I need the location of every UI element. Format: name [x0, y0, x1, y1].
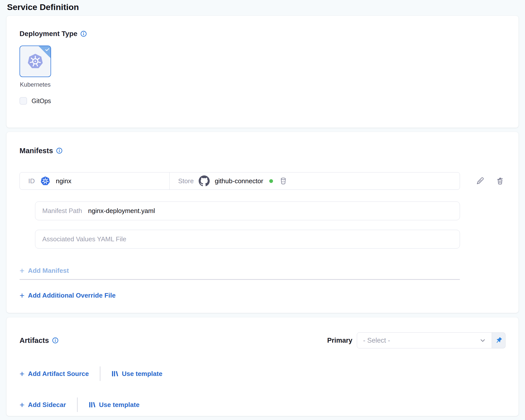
manifest-path-value: nginx-deployment.yaml	[88, 207, 155, 215]
add-additional-override-file-link[interactable]: + Add Additional Override File	[20, 291, 116, 299]
manifest-store-cell[interactable]: Store github-connector </>	[169, 172, 460, 189]
code-store-icon: </>	[280, 177, 287, 185]
manifests-title: Manifests	[20, 146, 53, 155]
kubernetes-icon	[40, 176, 50, 186]
github-icon	[199, 175, 210, 186]
deployment-type-option-label: Kubernetes	[20, 81, 51, 88]
info-icon[interactable]	[80, 31, 87, 37]
artifacts-card: Artifacts Primary - Select -	[7, 317, 518, 416]
template-icon	[111, 370, 118, 377]
connector-status-dot	[269, 179, 273, 183]
trash-icon	[495, 182, 504, 186]
info-icon[interactable]	[52, 337, 59, 344]
gitops-label: GitOps	[32, 97, 51, 105]
manifest-path-label: Manifest Path	[42, 207, 82, 215]
manifest-id-cell[interactable]: ID nginx	[20, 172, 169, 189]
check-icon	[45, 47, 50, 53]
manifest-id-value: nginx	[56, 177, 71, 185]
plus-icon: +	[20, 292, 25, 299]
edit-manifest-button[interactable]	[475, 176, 484, 185]
manifest-path-field[interactable]: Manifest Path nginx-deployment.yaml	[35, 201, 460, 220]
plus-icon: +	[20, 267, 25, 274]
deployment-type-card: Deployment Type	[7, 16, 518, 128]
primary-label: Primary	[327, 337, 352, 344]
pin-icon	[495, 336, 503, 344]
vertical-divider	[77, 397, 78, 412]
gitops-checkbox[interactable]	[20, 97, 27, 105]
manifest-id-label: ID	[28, 177, 35, 185]
use-template-artifact-link[interactable]: Use template	[111, 370, 162, 378]
delete-manifest-button[interactable]	[495, 176, 504, 185]
page-title: Service Definition	[7, 2, 518, 12]
primary-select-placeholder: - Select -	[363, 337, 390, 344]
pencil-icon	[475, 182, 484, 186]
artifacts-title: Artifacts	[20, 336, 49, 345]
values-yaml-placeholder: Associated Values YAML File	[42, 235, 126, 243]
pin-primary-button[interactable]	[492, 332, 505, 348]
manifests-card: Manifests ID	[7, 132, 518, 313]
use-template-sidecar-link[interactable]: Use template	[89, 401, 140, 409]
values-yaml-field[interactable]: Associated Values YAML File	[35, 230, 460, 249]
deployment-type-title: Deployment Type	[20, 30, 77, 38]
add-manifest-link[interactable]: + Add Manifest	[20, 267, 69, 275]
info-icon[interactable]	[56, 147, 63, 154]
manifest-row: ID nginx	[20, 172, 505, 190]
chevron-down-icon	[479, 337, 486, 344]
manifest-store-value: github-connector	[215, 177, 263, 185]
vertical-divider	[100, 366, 100, 381]
section-divider	[20, 279, 460, 280]
add-sidecar-link[interactable]: + Add Sidecar	[20, 401, 66, 409]
template-icon	[89, 401, 96, 408]
add-artifact-source-link[interactable]: + Add Artifact Source	[20, 370, 89, 378]
service-definition-page: Service Definition Deployment Type	[0, 0, 525, 416]
manifest-row-box: ID nginx	[20, 172, 460, 190]
plus-icon: +	[20, 401, 25, 408]
primary-artifact-select[interactable]: - Select -	[357, 332, 492, 348]
plus-icon: +	[20, 370, 25, 377]
svg-text:</>: </>	[282, 180, 285, 183]
deployment-type-kubernetes-tile[interactable]	[20, 46, 51, 77]
manifest-store-label: Store	[178, 177, 194, 185]
